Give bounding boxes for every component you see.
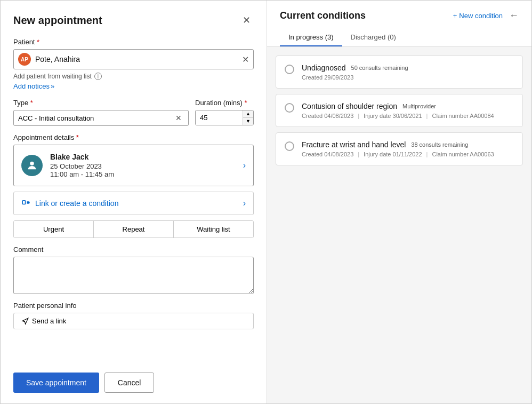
link-icon (21, 199, 31, 208)
appt-details-label: Appointment details * (13, 133, 254, 141)
right-panel: Current conditions + New condition ← In … (267, 1, 531, 403)
condition-radio-1[interactable] (285, 65, 294, 74)
conditions-list: Undiagnosed 50 consults remaining Create… (267, 47, 531, 174)
type-duration-row: Type * ✕ Duration (mins) * ▲ ▼ (13, 99, 254, 126)
type-clear-icon[interactable]: ✕ (175, 114, 182, 122)
right-title-row: Current conditions + New condition ← (280, 10, 519, 21)
type-field: Type * ✕ (13, 99, 189, 126)
condition-radio-2[interactable] (285, 103, 294, 113)
condition-name-1: Undiagnosed (302, 64, 346, 72)
condition-meta-2: Created 04/08/2023 | Injury date 30/06/2… (302, 113, 514, 119)
link-condition-chevron-icon: › (243, 199, 246, 208)
send-link-button[interactable]: Send a link (13, 313, 254, 329)
condition-card-fracture[interactable]: Fracture at wrist and hand level 38 cons… (276, 132, 523, 165)
personal-info-label: Patient personal info (13, 302, 254, 310)
svg-rect-1 (22, 201, 25, 204)
save-appointment-button[interactable]: Save appointment (13, 373, 99, 393)
right-header: Current conditions + New condition ← In … (267, 1, 531, 47)
patient-input-row: AP Pote, Anahira ✕ (13, 49, 254, 69)
condition-consults-1: 50 consults remaining (351, 65, 408, 71)
new-condition-button[interactable]: + New condition (453, 12, 503, 20)
link-condition-inner: Link or create a condition (21, 199, 118, 208)
appt-avatar (21, 155, 43, 176)
condition-card-contusion[interactable]: Contusion of shoulder region Multiprovid… (276, 94, 523, 127)
condition-badge-2: Multiprovider (402, 103, 436, 109)
person-icon (26, 160, 38, 171)
appt-date: 25 October 2023 (50, 162, 243, 170)
tab-in-progress[interactable]: In progress (3) (280, 29, 342, 46)
required-marker: * (37, 38, 39, 46)
appointment-details-box[interactable]: Blake Jack 25 October 2023 11:00 am - 11… (13, 145, 254, 186)
cancel-button[interactable]: Cancel (104, 373, 155, 393)
tabs-row: In progress (3) Discharged (0) (280, 29, 519, 46)
tag-row: Urgent Repeat Waiting list (13, 220, 254, 238)
condition-info-1: Undiagnosed 50 consults remaining Create… (302, 64, 514, 81)
appt-chevron-icon: › (243, 161, 246, 170)
comment-textarea[interactable] (13, 257, 254, 294)
add-notices-link[interactable]: Add notices » (13, 82, 254, 90)
patient-clear-button[interactable]: ✕ (242, 54, 249, 65)
plus-icon: + (453, 12, 457, 20)
condition-info-2: Contusion of shoulder region Multiprovid… (302, 102, 514, 119)
duration-input-wrap: ▲ ▼ (195, 110, 254, 125)
condition-card-undiagnosed[interactable]: Undiagnosed 50 consults remaining Create… (276, 56, 523, 89)
appt-info: Blake Jack 25 October 2023 11:00 am - 11… (50, 153, 243, 178)
appt-time: 11:00 am - 11:45 am (50, 170, 243, 178)
duration-label: Duration (mins) * (195, 99, 254, 107)
patient-name: Pote, Anahira (35, 55, 242, 64)
comment-label: Comment (13, 245, 254, 254)
type-input[interactable]: ✕ (13, 110, 189, 126)
panel-header: New appointment ✕ (13, 13, 254, 27)
type-text-input[interactable] (18, 114, 175, 122)
svg-marker-2 (22, 318, 28, 324)
condition-name-row-2: Contusion of shoulder region Multiprovid… (302, 102, 514, 110)
duration-field: Duration (mins) * ▲ ▼ (195, 99, 254, 126)
type-label: Type * (13, 99, 189, 107)
back-button[interactable]: ← (509, 10, 519, 21)
condition-radio-3[interactable] (285, 141, 294, 151)
condition-meta-3: Created 04/08/2023 | Injury date 01/11/2… (302, 151, 514, 157)
close-button[interactable]: ✕ (239, 13, 254, 27)
duration-up-button[interactable]: ▲ (243, 110, 253, 118)
waiting-list-tag-button[interactable]: Waiting list (174, 221, 253, 237)
condition-info-3: Fracture at wrist and hand level 38 cons… (302, 140, 514, 157)
condition-name-row-1: Undiagnosed 50 consults remaining (302, 64, 514, 72)
info-icon: i (94, 73, 102, 80)
right-title-actions: + New condition ← (453, 10, 519, 21)
link-condition-text: Link or create a condition (35, 199, 118, 208)
appt-name: Blake Jack (50, 153, 243, 161)
condition-name-2: Contusion of shoulder region (302, 102, 397, 110)
duration-input[interactable] (196, 110, 243, 125)
duration-arrows: ▲ ▼ (243, 110, 253, 125)
add-from-waiting-row: Add patient from waiting list i (13, 73, 254, 80)
svg-point-0 (30, 162, 34, 165)
link-condition-box[interactable]: Link or create a condition › (13, 192, 254, 215)
repeat-tag-button[interactable]: Repeat (94, 221, 174, 237)
send-icon (21, 318, 29, 325)
footer-buttons: Save appointment Cancel (13, 367, 254, 393)
duration-down-button[interactable]: ▼ (243, 118, 253, 125)
left-panel: New appointment ✕ Patient * AP Pote, Ana… (1, 1, 267, 403)
urgent-tag-button[interactable]: Urgent (14, 221, 94, 237)
tab-discharged[interactable]: Discharged (0) (342, 29, 405, 46)
condition-consults-3: 38 consults remaining (411, 141, 468, 148)
right-title: Current conditions (280, 10, 366, 21)
condition-meta-1: Created 29/09/2023 (302, 74, 514, 81)
condition-name-3: Fracture at wrist and hand level (302, 140, 406, 149)
patient-avatar: AP (18, 53, 31, 66)
patient-label: Patient * (13, 38, 254, 46)
panel-title: New appointment (13, 14, 102, 27)
condition-name-row-3: Fracture at wrist and hand level 38 cons… (302, 140, 514, 149)
